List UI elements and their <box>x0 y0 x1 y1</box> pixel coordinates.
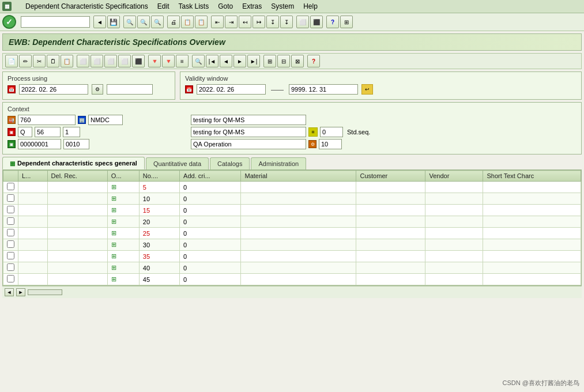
table-row[interactable]: ⊞400 <box>3 262 581 274</box>
tb-btn2[interactable]: ⬜ <box>91 55 103 67</box>
desc2-field[interactable] <box>191 127 306 137</box>
process-date-field[interactable] <box>19 84 88 95</box>
find-all-btn[interactable]: 🔍 <box>151 16 164 28</box>
std-seq-value-field[interactable] <box>320 127 343 137</box>
cell-no-link[interactable]: 30 <box>143 242 150 248</box>
cell-no[interactable]: 15 <box>139 205 179 216</box>
copy-btn2[interactable]: 📋 <box>195 16 208 28</box>
col-short-text[interactable]: Short Text Charc <box>483 171 581 182</box>
layout-btn1[interactable]: ⬜ <box>296 16 309 28</box>
cell-no[interactable]: 5 <box>139 182 179 193</box>
desc1-field[interactable] <box>191 115 306 125</box>
cell-no[interactable]: 10 <box>139 193 179 205</box>
cell-no[interactable]: 35 <box>139 251 179 262</box>
row-checkbox[interactable] <box>7 275 14 282</box>
nav-btn2[interactable]: ⇥ <box>225 16 238 28</box>
q-counter-field[interactable] <box>63 127 80 137</box>
row-checkbox[interactable] <box>7 206 14 213</box>
nav-btn4[interactable]: ↦ <box>253 16 265 28</box>
cell-no-link[interactable]: 20 <box>143 218 150 225</box>
back-arrow-btn[interactable]: ◄ <box>93 16 106 28</box>
tb-btn3[interactable]: ⬜ <box>104 55 117 67</box>
menu-edit[interactable]: Edit <box>153 1 174 12</box>
col-add-cri[interactable]: Add. cri... <box>180 171 241 182</box>
row-checkbox[interactable] <box>7 263 14 271</box>
tb-btn5[interactable]: ⬛ <box>132 55 145 67</box>
cell-no-link[interactable]: 25 <box>143 230 150 237</box>
scroll-left-btn[interactable]: ◄ <box>5 288 14 296</box>
row-checkbox-cell[interactable] <box>3 239 18 251</box>
cell-no[interactable]: 30 <box>139 239 179 251</box>
tb-btn7[interactable]: ⊟ <box>277 55 290 67</box>
cell-no[interactable]: 45 <box>139 274 179 285</box>
cell-no-link[interactable]: 10 <box>143 195 150 202</box>
tb-btn4[interactable]: ⬜ <box>118 55 131 67</box>
col-customer[interactable]: Customer <box>356 171 425 182</box>
op-obj-field[interactable] <box>18 139 61 149</box>
cell-no-link[interactable]: 5 <box>143 184 146 191</box>
validity-to-field[interactable] <box>289 84 358 95</box>
search-btn[interactable]: 🔍 <box>192 55 205 67</box>
print-btn[interactable]: 🖨 <box>167 16 180 28</box>
row-checkbox[interactable] <box>7 252 14 259</box>
row-checkbox[interactable] <box>7 229 14 236</box>
prev-btn[interactable]: ◄ <box>220 55 232 67</box>
menu-goto[interactable]: Goto <box>213 1 238 12</box>
table-row[interactable]: ⊞150 <box>3 205 581 216</box>
help2-btn[interactable]: ? <box>307 55 320 67</box>
first-btn[interactable]: |◄ <box>206 55 218 67</box>
nav-btn5[interactable]: ↧ <box>266 16 279 28</box>
tb-btn1[interactable]: ⬜ <box>77 55 89 67</box>
op-value-field[interactable] <box>319 139 342 149</box>
ok-button[interactable]: ✓ <box>2 15 16 29</box>
cell-no[interactable]: 25 <box>139 228 179 239</box>
tab-catalogs[interactable]: Catalogs <box>210 157 250 169</box>
row-checkbox-cell[interactable] <box>3 193 18 205</box>
row-checkbox-cell[interactable] <box>3 251 18 262</box>
tb-btn6[interactable]: ⊞ <box>263 55 276 67</box>
cell-no-link[interactable]: 40 <box>143 265 150 272</box>
find-next-btn[interactable]: 🔍 <box>137 16 150 28</box>
col-l[interactable]: L... <box>18 171 48 182</box>
tab-quantitative[interactable]: Quantitative data <box>146 157 209 169</box>
menu-help[interactable]: Help <box>299 1 322 12</box>
row-checkbox-cell[interactable] <box>3 262 18 274</box>
validity-info-btn[interactable]: ↩ <box>361 84 373 95</box>
tab-administration[interactable]: Administration <box>251 157 306 169</box>
nmdc-field[interactable] <box>88 115 123 125</box>
row-checkbox-cell[interactable] <box>3 205 18 216</box>
row-checkbox-cell[interactable] <box>3 228 18 239</box>
op-sub-field[interactable] <box>63 139 89 149</box>
menu-dependent[interactable]: Dependent Characteristic Specifications <box>21 1 153 12</box>
save-btn[interactable]: 💾 <box>107 16 120 28</box>
new-btn[interactable]: 📄 <box>5 55 18 67</box>
row-checkbox[interactable] <box>7 194 14 202</box>
menu-extras[interactable]: Extras <box>238 1 266 12</box>
q-type-field[interactable] <box>18 127 32 137</box>
process-gear-btn[interactable]: ⚙ <box>92 84 103 95</box>
cell-no[interactable]: 20 <box>139 216 179 228</box>
col-del-rec[interactable]: Del. Rec. <box>47 171 107 182</box>
row-checkbox[interactable] <box>7 217 14 225</box>
nav-btn3[interactable]: ↤ <box>239 16 251 28</box>
filter2-btn[interactable]: 🔻 <box>162 55 175 67</box>
table-row[interactable]: ⊞300 <box>3 239 581 251</box>
layout-btn2[interactable]: ⬛ <box>310 16 323 28</box>
horizontal-scrollbar[interactable] <box>28 289 62 295</box>
tab-general[interactable]: ▦ Dependent characteristic specs general <box>2 157 145 169</box>
table-row[interactable]: ⊞200 <box>3 216 581 228</box>
cell-no-link[interactable]: 35 <box>143 253 150 260</box>
tb-btn8[interactable]: ⊠ <box>291 55 304 67</box>
command-field[interactable] <box>21 16 90 28</box>
desc3-field[interactable] <box>191 139 306 149</box>
cell-no[interactable]: 40 <box>139 262 179 274</box>
nav-btn6[interactable]: ↧ <box>280 16 293 28</box>
validity-from-field[interactable] <box>197 84 266 95</box>
row-checkbox-cell[interactable] <box>3 274 18 285</box>
row-checkbox[interactable] <box>7 183 14 190</box>
table-row[interactable]: ⊞450 <box>3 274 581 285</box>
col-o[interactable]: O... <box>107 171 139 182</box>
filter-btn[interactable]: 🔻 <box>148 55 161 67</box>
table-row[interactable]: ⊞350 <box>3 251 581 262</box>
extra-btn[interactable]: ⊞ <box>340 16 353 28</box>
